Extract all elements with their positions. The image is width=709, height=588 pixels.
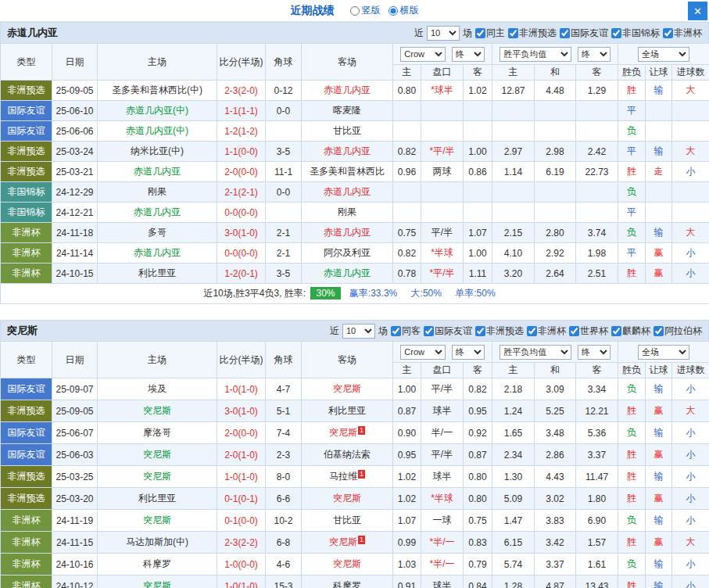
result-outcome: 胜 xyxy=(618,264,646,284)
vertical-radio[interactable] xyxy=(350,6,360,16)
handicap-line: 球半 xyxy=(421,466,464,488)
odds-away-win: 3.34 xyxy=(576,378,618,400)
handicap-away-odds: 1.00 xyxy=(464,243,492,264)
filter-国际友谊[interactable]: 国际友谊 xyxy=(424,324,472,338)
europe-odds-select[interactable]: 胜平负均值 xyxy=(500,345,571,360)
filter-阿拉伯杯[interactable]: 阿拉伯杯 xyxy=(653,324,702,338)
filter-checkbox[interactable] xyxy=(653,326,664,336)
handicap-home-odds: 0.78 xyxy=(393,264,421,284)
odds-home-win xyxy=(492,182,535,203)
europe-time-select[interactable]: 终 xyxy=(578,345,611,360)
handicap-home-odds: 0.82 xyxy=(393,142,421,162)
filter-checkbox[interactable] xyxy=(475,28,485,38)
match-row: 非洲杯24-11-15马达加斯加(中)2-3(2-2)6-8突尼斯10.99*半… xyxy=(1,532,709,554)
layout-vertical-option[interactable]: 竖版 xyxy=(350,4,381,17)
europe-odds-select[interactable]: 胜平负均值 xyxy=(500,47,571,62)
summary-record: 近10场,胜3平4负3, 胜率: xyxy=(203,288,306,299)
handicap-time-select[interactable]: 终 xyxy=(452,47,485,62)
match-corners: 2-3 xyxy=(266,444,302,466)
bookmaker-select[interactable]: Crow xyxy=(400,345,446,360)
match-corners: 3-5 xyxy=(266,142,302,162)
home-team: 科摩罗 xyxy=(98,554,217,575)
match-score: 1-2(1-2) xyxy=(217,121,266,142)
filter-checkbox[interactable] xyxy=(569,326,579,336)
result-handicap: 输 xyxy=(646,422,672,444)
scope-select[interactable]: 全场 xyxy=(638,47,689,62)
match-date: 25-06-06 xyxy=(52,121,98,142)
match-type: 非洲预选 xyxy=(1,81,52,101)
bookmaker-select[interactable]: Crow xyxy=(400,47,446,62)
col-handicap-away: 客 xyxy=(464,363,492,378)
handicap-line: 球半 xyxy=(421,575,464,588)
filter-checkbox[interactable] xyxy=(663,28,673,38)
away-team: 甘比亚 xyxy=(302,510,393,532)
filter-麒麟杯[interactable]: 麒麟杯 xyxy=(611,324,650,338)
match-date: 25-03-24 xyxy=(52,142,98,162)
result-handicap: 输 xyxy=(646,378,672,400)
match-score: 2-0(0-0) xyxy=(217,162,266,182)
handicap-away-odds: 0.82 xyxy=(464,378,492,400)
filter-非洲预选[interactable]: 非洲预选 xyxy=(508,27,557,40)
filter-国际友谊[interactable]: 国际友谊 xyxy=(560,27,608,40)
filter-checkbox[interactable] xyxy=(391,326,401,336)
home-team: 突尼斯 xyxy=(98,575,217,588)
match-score: 2-0(0-0) xyxy=(217,422,266,444)
odd-rate: 单率:50% xyxy=(455,288,495,299)
handicap-line xyxy=(421,203,464,223)
odds-home-win: 2.34 xyxy=(492,444,535,466)
col-odds-home: 主 xyxy=(492,65,535,81)
home-team: 突尼斯 xyxy=(98,466,217,488)
away-team: 阿尔及利亚 xyxy=(302,243,393,264)
filter-非洲预选[interactable]: 非洲预选 xyxy=(475,324,524,338)
page-title: 近期战绩 xyxy=(291,4,335,18)
match-date: 24-12-29 xyxy=(52,182,98,203)
match-count-select[interactable]: 10 xyxy=(427,26,460,41)
handicap-away-odds: 1.07 xyxy=(464,223,492,243)
handicap-away-odds: 0.83 xyxy=(464,532,492,554)
match-date: 24-12-21 xyxy=(52,203,98,223)
odds-draw: 4.87 xyxy=(535,575,576,588)
match-type: 非洲杯 xyxy=(1,510,52,532)
filter-checkbox[interactable] xyxy=(527,326,537,336)
filter-checkbox[interactable] xyxy=(560,28,570,38)
scope-select[interactable]: 全场 xyxy=(638,345,689,360)
handicap-home-odds: 0.80 xyxy=(393,81,421,101)
match-date: 24-10-12 xyxy=(52,575,98,588)
col-handicap-line: 盘口 xyxy=(421,65,464,81)
filter-checkbox[interactable] xyxy=(424,326,434,336)
match-count-select[interactable]: 10 xyxy=(342,324,375,339)
handicap-time-select[interactable]: 终 xyxy=(452,345,485,360)
filter-checkbox[interactable] xyxy=(508,28,518,38)
filter-同客[interactable]: 同客 xyxy=(391,324,421,338)
handicap-away-odds: 0.86 xyxy=(464,162,492,182)
europe-time-select[interactable]: 终 xyxy=(578,47,611,62)
filter-世界杯[interactable]: 世界杯 xyxy=(569,324,608,338)
handicap-line: 平/半 xyxy=(421,223,464,243)
handicap-away-odds: 0.80 xyxy=(464,488,492,510)
team-name: 突尼斯 xyxy=(7,324,38,338)
match-corners: 10-2 xyxy=(266,510,302,532)
filter-非洲杯[interactable]: 非洲杯 xyxy=(663,27,702,40)
handicap-line: 一球 xyxy=(421,510,464,532)
handicap-away-odds: 1.11 xyxy=(464,264,492,284)
filter-checkbox[interactable] xyxy=(475,326,485,336)
match-date: 25-09-05 xyxy=(52,81,98,101)
handicap-home-odds: 0.96 xyxy=(393,162,421,182)
away-team: 赤道几内亚 xyxy=(302,223,393,243)
horizontal-radio[interactable] xyxy=(389,6,398,16)
match-type: 非洲预选 xyxy=(1,142,52,162)
near-label: 近 xyxy=(330,324,339,338)
odds-draw: 3.48 xyxy=(535,422,576,444)
home-team: 纳米比亚(中) xyxy=(98,142,217,162)
close-button[interactable]: ✕ xyxy=(688,2,707,20)
filter-同主[interactable]: 同主 xyxy=(475,27,505,40)
filter-checkbox[interactable] xyxy=(611,28,621,38)
col-odds-away: 客 xyxy=(576,65,618,81)
match-type: 非洲预选 xyxy=(1,466,52,488)
filter-checkbox[interactable] xyxy=(611,326,621,336)
result-outcome: 负 xyxy=(618,121,646,142)
layout-horizontal-option[interactable]: 横版 xyxy=(389,4,419,17)
handicap-line xyxy=(421,101,464,121)
filter-非洲杯[interactable]: 非洲杯 xyxy=(527,324,566,338)
filter-非国锦标[interactable]: 非国锦标 xyxy=(611,27,660,40)
